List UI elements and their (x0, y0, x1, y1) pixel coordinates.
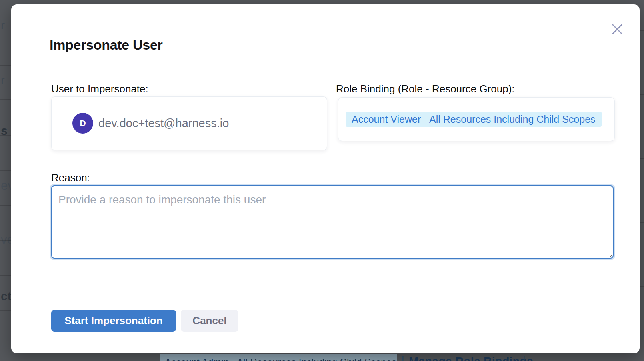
background-text-fragment: ct (1, 290, 12, 302)
user-to-impersonate-label: User to Impersonate: (51, 82, 148, 95)
close-button[interactable] (611, 23, 623, 35)
role-binding-tag: Account Viewer - All Resources Including… (346, 112, 602, 127)
cancel-button[interactable]: Cancel (181, 310, 238, 332)
table-row-divider (0, 275, 11, 276)
close-icon (611, 23, 623, 35)
table-row-divider (0, 65, 11, 66)
background-divider: | (401, 353, 404, 361)
table-row-divider (0, 99, 11, 100)
role-binding-label: Role Binding (Role - Resource Group): (336, 82, 515, 95)
user-card: D dev.doc+test@harness.io (51, 96, 327, 150)
background-text-fragment: r (1, 19, 5, 31)
table-row-divider (640, 94, 644, 95)
table-row-divider (0, 170, 11, 171)
screen: r r s ev ve ct Account Admin - All Resou… (0, 0, 644, 361)
table-row-divider (0, 135, 11, 136)
table-row-divider (0, 240, 11, 241)
table-row-divider (640, 30, 644, 31)
start-impersonation-button[interactable]: Start Impersonation (51, 310, 176, 332)
dialog-title: Impersonate User (50, 37, 162, 53)
background-text-fragment: r (1, 74, 5, 86)
table-row-divider (640, 222, 644, 223)
table-row-divider (0, 310, 11, 311)
background-divider: | (522, 353, 526, 361)
background-role-tag: Account Admin - All Resources Including … (160, 354, 397, 361)
table-row-divider (640, 158, 644, 159)
background-role-bindings-row: Account Admin - All Resources Including … (0, 353, 644, 361)
user-avatar-initial: D (80, 118, 86, 128)
reason-label: Reason: (51, 171, 90, 184)
table-row-divider (0, 205, 11, 206)
impersonate-user-dialog: Impersonate User User to Impersonate: D … (11, 4, 640, 353)
background-manage-role-bindings-link: Manage Role Bindings (409, 353, 533, 361)
role-binding-card: Account Viewer - All Resources Including… (338, 97, 615, 141)
user-email: dev.doc+test@harness.io (98, 97, 229, 150)
reason-textarea[interactable] (51, 185, 614, 259)
user-avatar: D (72, 113, 93, 134)
table-row-divider (640, 286, 644, 287)
